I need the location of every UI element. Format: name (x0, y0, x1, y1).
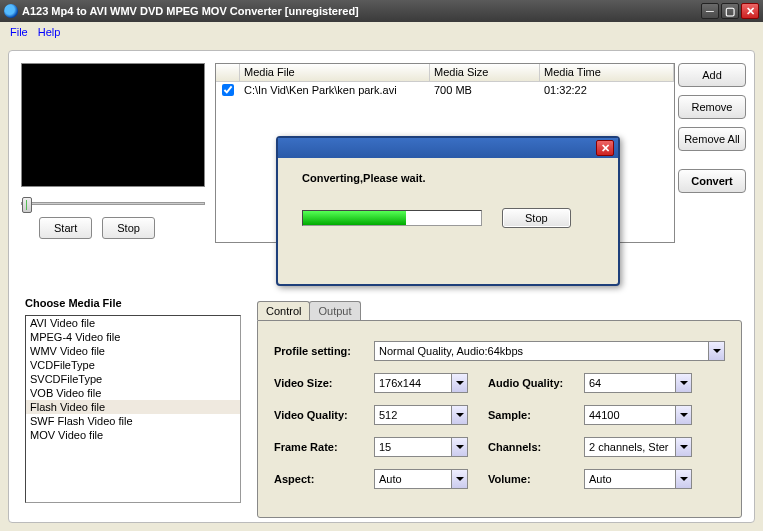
sample-select[interactable]: 44100 (584, 405, 692, 425)
list-item[interactable]: VOB Video file (26, 386, 240, 400)
row-file: C:\In Vid\Ken Park\ken park.avi (240, 82, 430, 100)
list-item[interactable]: WMV Video file (26, 344, 240, 358)
volume-select[interactable]: Auto (584, 469, 692, 489)
col-media-file[interactable]: Media File (240, 64, 430, 81)
menu-file[interactable]: File (6, 24, 32, 40)
video-size-select[interactable]: 176x144 (374, 373, 468, 393)
row-time: 01:32:22 (540, 82, 674, 100)
channels-label: Channels: (488, 441, 578, 453)
video-preview (21, 63, 205, 187)
dropdown-arrow-icon (451, 374, 467, 392)
media-type-list[interactable]: AVI Video fileMPEG-4 Video fileWMV Video… (25, 315, 241, 503)
video-quality-label: Video Quality: (274, 409, 368, 421)
dialog-close-button[interactable]: ✕ (596, 140, 614, 156)
menu-help[interactable]: Help (34, 24, 65, 40)
minimize-button[interactable]: ─ (701, 3, 719, 19)
dialog-titlebar: ✕ (278, 138, 618, 158)
video-quality-select[interactable]: 512 (374, 405, 468, 425)
profile-select[interactable]: Normal Quality, Audio:64kbps (374, 341, 725, 361)
main-panel: Start Stop Media File Media Size Media T… (8, 50, 755, 523)
sample-label: Sample: (488, 409, 578, 421)
preview-start-button[interactable]: Start (39, 217, 92, 239)
close-button[interactable]: ✕ (741, 3, 759, 19)
dropdown-arrow-icon (451, 470, 467, 488)
list-item[interactable]: MOV Video file (26, 428, 240, 442)
frame-rate-value: 15 (379, 441, 391, 453)
menubar: File Help (0, 22, 763, 42)
remove-all-button[interactable]: Remove All (678, 127, 746, 151)
progress-bar (302, 210, 482, 226)
tab-control[interactable]: Control (257, 301, 310, 320)
dialog-message: Converting,Please wait. (302, 172, 594, 184)
frame-rate-label: Frame Rate: (274, 441, 368, 453)
convert-button[interactable]: Convert (678, 169, 746, 193)
list-item[interactable]: AVI Video file (26, 316, 240, 330)
volume-value: Auto (589, 473, 612, 485)
dropdown-arrow-icon (451, 406, 467, 424)
video-quality-value: 512 (379, 409, 397, 421)
dropdown-arrow-icon (451, 438, 467, 456)
col-media-size[interactable]: Media Size (430, 64, 540, 81)
dropdown-arrow-icon (675, 438, 691, 456)
sample-value: 44100 (589, 409, 620, 421)
slider-thumb[interactable] (22, 197, 32, 213)
table-header: Media File Media Size Media Time (216, 64, 674, 82)
frame-rate-select[interactable]: 15 (374, 437, 468, 457)
table-row[interactable]: C:\In Vid\Ken Park\ken park.avi 700 MB 0… (216, 82, 674, 100)
aspect-label: Aspect: (274, 473, 368, 485)
preview-stop-button[interactable]: Stop (102, 217, 155, 239)
row-checkbox[interactable] (216, 82, 240, 100)
channels-select[interactable]: 2 channels, Ster (584, 437, 692, 457)
video-size-value: 176x144 (379, 377, 421, 389)
progress-fill (303, 211, 406, 225)
volume-label: Volume: (488, 473, 578, 485)
app-icon (4, 4, 18, 18)
dropdown-arrow-icon (675, 470, 691, 488)
dropdown-arrow-icon (675, 374, 691, 392)
choose-media-label: Choose Media File (25, 297, 122, 309)
list-item[interactable]: SWF Flash Video file (26, 414, 240, 428)
col-media-time[interactable]: Media Time (540, 64, 674, 81)
titlebar: A123 Mp4 to AVI WMV DVD MPEG MOV Convert… (0, 0, 763, 22)
audio-quality-value: 64 (589, 377, 601, 389)
audio-quality-select[interactable]: 64 (584, 373, 692, 393)
aspect-value: Auto (379, 473, 402, 485)
list-item[interactable]: SVCDFileType (26, 372, 240, 386)
dropdown-arrow-icon (708, 342, 724, 360)
list-item[interactable]: MPEG-4 Video file (26, 330, 240, 344)
remove-button[interactable]: Remove (678, 95, 746, 119)
progress-dialog: ✕ Converting,Please wait. Stop (276, 136, 620, 286)
row-size: 700 MB (430, 82, 540, 100)
col-check[interactable] (216, 64, 240, 81)
dropdown-arrow-icon (675, 406, 691, 424)
audio-quality-label: Audio Quality: (488, 377, 578, 389)
window-title: A123 Mp4 to AVI WMV DVD MPEG MOV Convert… (22, 5, 701, 17)
profile-label: Profile setting: (274, 345, 368, 357)
maximize-button[interactable]: ▢ (721, 3, 739, 19)
seek-slider[interactable] (21, 193, 205, 213)
list-item[interactable]: VCDFileType (26, 358, 240, 372)
aspect-select[interactable]: Auto (374, 469, 468, 489)
video-size-label: Video Size: (274, 377, 368, 389)
channels-value: 2 channels, Ster (589, 441, 669, 453)
profile-value: Normal Quality, Audio:64kbps (379, 345, 523, 357)
tab-output[interactable]: Output (309, 301, 360, 320)
add-button[interactable]: Add (678, 63, 746, 87)
control-panel: Profile setting: Normal Quality, Audio:6… (257, 320, 742, 518)
dialog-stop-button[interactable]: Stop (502, 208, 571, 228)
list-item[interactable]: Flash Video file (26, 400, 240, 414)
